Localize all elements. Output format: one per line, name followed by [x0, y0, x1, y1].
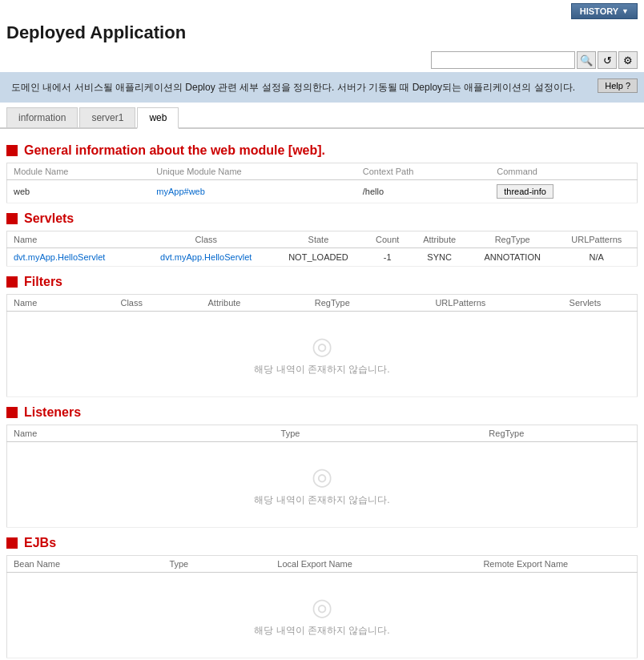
servlet-regtype-cell: ANNOTATION	[469, 248, 557, 267]
col-listener-name: Name	[7, 425, 205, 442]
col-local-export-name: Local Export Name	[215, 556, 415, 573]
info-box: 도메인 내에서 서비스될 애플리케이션의 Deploy 관련 세부 설정을 정의…	[0, 72, 644, 103]
servlets-section-title: Servlets	[6, 211, 638, 226]
col-filter-attribute: Attribute	[171, 295, 276, 312]
servlet-class-cell: dvt.myApp.HelloServlet	[140, 248, 272, 267]
ejbs-red-square-icon	[6, 537, 18, 549]
settings-button[interactable]: ⚙	[618, 51, 638, 69]
context-path-cell: /hello	[356, 180, 490, 203]
listeners-empty-message: 해당 내역이 존재하지 않습니다.	[14, 446, 630, 523]
ejbs-header-row: Bean Name Type Local Export Name Remote …	[7, 556, 638, 573]
servlets-table: Name Class State Count Attribute RegType…	[6, 231, 638, 267]
servlet-attribute-cell: SYNC	[411, 248, 469, 267]
col-servlet-name: Name	[7, 231, 140, 248]
thread-info-button[interactable]: thread-info	[497, 184, 553, 199]
listeners-table: Name Type RegType 해당 내역이 존재하지 않습니다.	[6, 425, 638, 528]
col-servlet-count: Count	[364, 231, 411, 248]
servlet-row: dvt.myApp.HelloServlet dvt.myApp.HelloSe…	[7, 248, 638, 267]
col-servlet-urlpatterns: URLPatterns	[557, 231, 638, 248]
info-text: 도메인 내에서 서비스될 애플리케이션의 Deploy 관련 세부 설정을 정의…	[11, 82, 575, 93]
page-title: Deployed Application	[0, 19, 644, 48]
servlet-state-cell: NOT_LOADED	[272, 248, 364, 267]
col-filter-class: Class	[91, 295, 171, 312]
filters-empty-row: 해당 내역이 존재하지 않습니다.	[7, 312, 638, 397]
col-filter-name: Name	[7, 295, 92, 312]
col-module-name: Module Name	[7, 163, 151, 180]
tab-bar: information server1 web	[0, 107, 644, 129]
history-button[interactable]: HISTORY	[571, 3, 638, 19]
col-command: Command	[490, 163, 637, 180]
filters-empty-message: 해당 내역이 존재하지 않습니다.	[14, 316, 630, 392]
servlet-count-cell: -1	[364, 248, 411, 267]
filters-red-square-icon	[6, 276, 18, 288]
col-filter-urlpatterns: URLPatterns	[388, 295, 533, 312]
ejbs-empty-message: 해당 내역이 존재하지 않습니다.	[14, 577, 630, 654]
servlets-header-row: Name Class State Count Attribute RegType…	[7, 231, 638, 248]
filters-header-row: Name Class Attribute RegType URLPatterns…	[7, 295, 638, 312]
servlet-class-link[interactable]: dvt.myApp.HelloServlet	[160, 252, 252, 262]
listeners-section-title: Listeners	[6, 405, 638, 420]
general-section-title: General information about the web module…	[6, 143, 638, 158]
tab-web[interactable]: web	[137, 107, 179, 129]
servlet-urlpatterns-cell: N/A	[557, 248, 638, 267]
servlet-name-cell: dvt.myApp.HelloServlet	[7, 248, 140, 267]
unique-module-name-cell: myApp#web	[150, 180, 356, 203]
ejbs-table: Bean Name Type Local Export Name Remote …	[6, 555, 638, 658]
servlet-name-link[interactable]: dvt.myApp.HelloServlet	[14, 252, 105, 262]
servlets-red-square-icon	[6, 213, 18, 224]
col-bean-name: Bean Name	[7, 556, 143, 573]
ejbs-empty-row: 해당 내역이 존재하지 않습니다.	[7, 573, 638, 658]
col-bean-type: Type	[143, 556, 215, 573]
listeners-header-row: Name Type RegType	[7, 425, 638, 442]
red-square-icon	[6, 145, 18, 156]
help-button[interactable]: Help ?	[598, 78, 638, 93]
module-data-row: web myApp#web /hello thread-info	[7, 180, 638, 203]
tab-information[interactable]: information	[6, 107, 78, 127]
module-name-cell: web	[7, 180, 151, 203]
listeners-red-square-icon	[6, 407, 18, 418]
col-servlet-class: Class	[140, 231, 272, 248]
command-cell: thread-info	[490, 180, 637, 203]
col-listener-type: Type	[204, 425, 376, 442]
search-button[interactable]: 🔍	[577, 51, 596, 69]
col-servlet-state: State	[272, 231, 364, 248]
col-unique-module-name: Unique Module Name	[150, 163, 356, 180]
refresh-button[interactable]: ↺	[598, 51, 617, 69]
module-table: Module Name Unique Module Name Context P…	[6, 163, 638, 203]
main-content: General information about the web module…	[0, 129, 644, 660]
col-filter-servlets: Servlets	[533, 295, 638, 312]
col-servlet-regtype: RegType	[469, 231, 557, 248]
listeners-empty-row: 해당 내역이 존재하지 않습니다.	[7, 442, 638, 528]
filters-table: Name Class Attribute RegType URLPatterns…	[6, 294, 638, 397]
search-input[interactable]	[431, 51, 575, 69]
col-listener-regtype: RegType	[376, 425, 638, 442]
module-header-row: Module Name Unique Module Name Context P…	[7, 163, 638, 180]
col-filter-regtype: RegType	[277, 295, 388, 312]
ejbs-section-title: EJBs	[6, 536, 638, 550]
unique-name-link[interactable]: myApp#web	[156, 187, 205, 196]
col-remote-export-name: Remote Export Name	[415, 556, 638, 573]
filters-section-title: Filters	[6, 275, 638, 289]
col-context-path: Context Path	[356, 163, 490, 180]
col-servlet-attribute: Attribute	[411, 231, 469, 248]
tab-server1[interactable]: server1	[79, 107, 135, 127]
